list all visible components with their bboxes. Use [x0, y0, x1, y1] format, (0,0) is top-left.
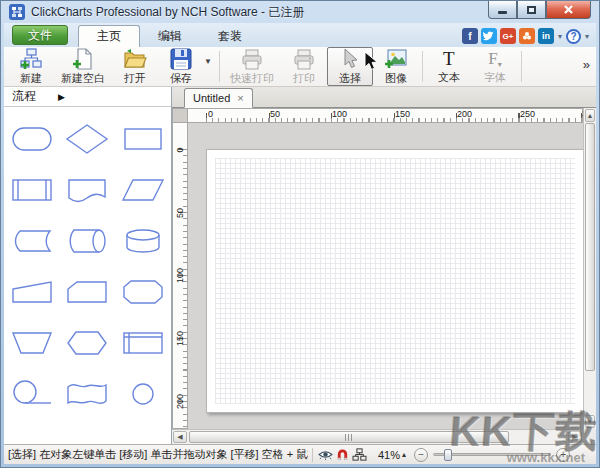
shape-predefined-process[interactable] — [4, 164, 60, 215]
nch-software-icon[interactable] — [519, 28, 535, 44]
new-flowchart-icon — [19, 48, 43, 70]
palette-header[interactable]: 流程 ▶ — [4, 87, 171, 107]
tab-suite[interactable]: 套装 — [200, 25, 260, 47]
ruler-label: 0 — [208, 109, 213, 119]
shape-terminator[interactable] — [4, 113, 60, 164]
text-tool-icon: T — [443, 49, 455, 69]
shape-manual-operation[interactable] — [4, 317, 60, 368]
scroll-right-icon[interactable]: ▶ — [568, 431, 582, 443]
palette-expand-icon: ▶ — [58, 92, 65, 102]
new-button[interactable]: 新建 — [8, 47, 54, 86]
visibility-eye-icon[interactable] — [317, 447, 334, 462]
ruler-label: 200 — [457, 109, 472, 119]
ribbon-toolbar: 新建 新建空白 打开 — [4, 47, 596, 87]
ruler-label: 0 — [175, 143, 185, 157]
minimize-icon — [498, 11, 507, 14]
vertical-scroll-thumb[interactable] — [585, 123, 595, 371]
shape-preparation[interactable] — [60, 317, 116, 368]
window-controls — [488, 1, 591, 19]
document-tab-title: Untitled — [193, 92, 230, 104]
zoom-level[interactable]: 41% — [378, 449, 400, 461]
font-dropdown-arrow: ▾ — [498, 60, 502, 69]
window-title: ClickCharts Professional by NCH Software… — [31, 4, 304, 21]
org-chart-icon[interactable] — [351, 447, 368, 462]
title-bar: ClickCharts Professional by NCH Software… — [1, 1, 599, 23]
snap-magnet-icon[interactable] — [334, 447, 351, 462]
shape-data-parallelogram[interactable] — [115, 164, 171, 215]
new-blank-button[interactable]: 新建空白 — [54, 47, 112, 86]
select-tool-button[interactable]: 选择 — [327, 47, 373, 86]
help-icon[interactable]: ? — [566, 29, 581, 44]
tab-edit[interactable]: 编辑 — [140, 25, 200, 47]
image-button[interactable]: 图像 — [373, 47, 419, 86]
toolbar-overflow-button[interactable]: » — [579, 55, 594, 74]
horizontal-scrollbar[interactable]: ◀ ▶ — [172, 429, 583, 444]
save-dropdown-arrow[interactable]: ▼ — [204, 47, 216, 86]
ruler-label: 200 — [175, 395, 185, 409]
minimize-button[interactable] — [488, 1, 517, 19]
shape-process[interactable] — [115, 113, 171, 164]
zoom-out-button[interactable]: − — [414, 448, 428, 462]
ruler-label: 50 — [175, 206, 185, 220]
vertical-scrollbar[interactable]: ▲ ▼ — [583, 108, 596, 429]
font-button[interactable]: F ▾ 字体 — [472, 47, 518, 86]
ruler-label: 250 — [520, 109, 535, 119]
printer-icon — [240, 49, 264, 70]
app-window: ClickCharts Professional by NCH Software… — [0, 0, 600, 468]
shape-internal-storage[interactable] — [115, 317, 171, 368]
shape-document[interactable] — [60, 164, 116, 215]
drawing-viewport[interactable] — [188, 123, 583, 429]
document-page[interactable] — [206, 149, 583, 413]
status-hint-text: [选择] 在对象左键单击 [移动] 单击并拖动对象 [平移] 空格 + 鼠标单击… — [8, 447, 308, 462]
twitter-icon[interactable] — [481, 28, 497, 44]
horizontal-scroll-thumb[interactable] — [189, 431, 509, 443]
scroll-left-icon[interactable]: ◀ — [173, 431, 187, 443]
shape-connector[interactable] — [115, 368, 171, 419]
twitter-bird-icon — [483, 31, 494, 41]
toolbar-separator — [219, 51, 220, 82]
chevron-down-icon[interactable]: ▾ — [557, 32, 563, 41]
zoom-in-button[interactable]: + — [556, 448, 570, 462]
close-button[interactable] — [546, 1, 591, 19]
google-plus-icon[interactable]: G+ — [500, 28, 516, 44]
ribbon-tab-strip: 文件 主页 编辑 套装 f G+ in ▾ ? ▾ — [4, 23, 596, 47]
shape-magnetic-disk[interactable] — [115, 215, 171, 266]
shape-display[interactable] — [115, 266, 171, 317]
zoom-caret-icon[interactable]: ▴ — [402, 450, 406, 459]
facebook-icon[interactable]: f — [462, 28, 478, 44]
linkedin-icon[interactable]: in — [538, 28, 554, 44]
shape-decision[interactable] — [60, 113, 116, 164]
document-tab-close-icon[interactable]: × — [237, 92, 243, 104]
zoom-slider-thumb[interactable] — [444, 449, 452, 461]
chevron-down-icon[interactable]: ▾ — [584, 32, 590, 41]
print-button[interactable]: 打印 — [281, 47, 327, 86]
shape-magnetic-tape[interactable] — [4, 368, 60, 419]
maximize-button[interactable] — [517, 1, 546, 19]
shape-paper-tape[interactable] — [60, 368, 116, 419]
save-floppy-icon — [170, 48, 192, 70]
document-tab-bar: Untitled × — [172, 87, 596, 108]
tab-home[interactable]: 主页 — [78, 25, 140, 47]
quick-print-button[interactable]: 快速打印 — [223, 47, 281, 86]
save-button[interactable]: 保存 — [158, 47, 204, 86]
shape-grid — [4, 107, 171, 419]
shape-direct-access-storage[interactable] — [60, 215, 116, 266]
document-tab[interactable]: Untitled × — [184, 88, 253, 108]
social-bar: f G+ in ▾ ? ▾ — [462, 28, 590, 44]
scrollbar-corner — [583, 429, 596, 444]
open-button[interactable]: 打开 — [112, 47, 158, 86]
shape-manual-input[interactable] — [4, 266, 60, 317]
nch-glyph-icon — [522, 31, 532, 41]
shape-stored-data[interactable] — [4, 215, 60, 266]
file-menu-button[interactable]: 文件 — [12, 25, 68, 45]
ruler-corner — [172, 108, 188, 123]
new-blank-page-icon — [71, 48, 95, 70]
scroll-up-icon[interactable]: ▲ — [585, 109, 595, 122]
shape-card[interactable] — [60, 266, 116, 317]
palette-title: 流程 — [12, 88, 36, 105]
status-bar: [选择] 在对象左键单击 [移动] 单击并拖动对象 [平移] 空格 + 鼠标单击… — [4, 444, 596, 464]
ruler-label: 100 — [175, 269, 185, 283]
zoom-slider[interactable] — [433, 453, 551, 456]
text-tool-button[interactable]: T 文本 — [426, 47, 472, 86]
scroll-down-icon[interactable]: ▼ — [585, 415, 595, 428]
